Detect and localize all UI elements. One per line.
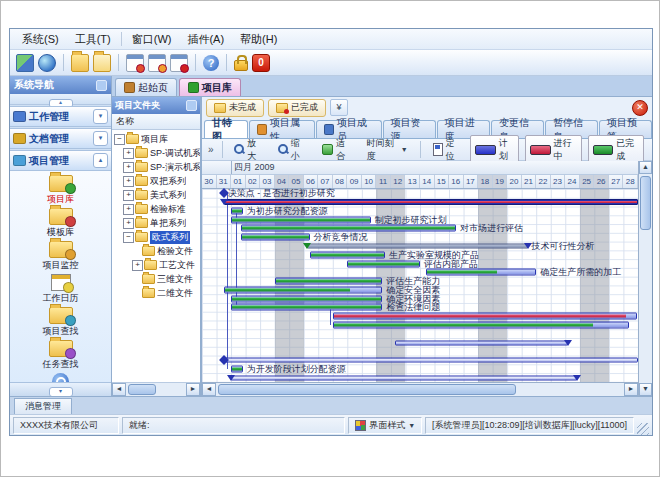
tree-item-SP-演示机系[interactable]: +SP-演示机系 xyxy=(112,160,200,174)
sidebar-item-项目监控[interactable]: 项目监控 xyxy=(10,240,111,273)
scroll-left-button[interactable]: ◄ xyxy=(202,383,216,396)
time-scale-dropdown[interactable]: 时间刻度▼ xyxy=(361,141,414,159)
doc-tab-起始页[interactable]: 起始页 xyxy=(115,78,177,96)
report-edit-icon[interactable] xyxy=(148,54,166,72)
gantt-bar[interactable] xyxy=(275,278,383,285)
tab-甘特图[interactable]: 甘特图 xyxy=(204,120,248,138)
nav-collapse-strip[interactable]: ▴ xyxy=(10,94,111,105)
tree-item-三维文件[interactable]: 三维文件 xyxy=(112,272,200,286)
scroll-thumb[interactable] xyxy=(218,384,516,395)
gantt-bar[interactable] xyxy=(231,216,371,223)
world-icon[interactable] xyxy=(38,54,56,72)
tree-item-工艺文件[interactable]: +工艺文件 xyxy=(112,258,200,272)
close-icon[interactable]: ✕ xyxy=(632,100,648,116)
menu-item[interactable]: 插件(A) xyxy=(179,30,232,49)
tree-expander[interactable]: + xyxy=(123,204,134,215)
resize-grip[interactable] xyxy=(637,423,649,435)
tree-item-美式系列[interactable]: +美式系列 xyxy=(112,188,200,202)
exit-icon[interactable]: 0 xyxy=(252,54,270,72)
scroll-right-button[interactable]: ► xyxy=(186,383,200,396)
tree-item-检验标准[interactable]: +检验标准 xyxy=(112,202,200,216)
menu-item[interactable]: 窗口(W) xyxy=(124,30,180,49)
tree-item-检验文件[interactable]: 检验文件 xyxy=(112,244,200,258)
nav-section-文档管理[interactable]: 文档管理▾ xyxy=(10,128,111,149)
scroll-down-button[interactable]: ▼ xyxy=(639,383,652,396)
sidebar-item-任务查找[interactable]: 任务查找 xyxy=(10,339,111,372)
gantt-bar[interactable] xyxy=(224,286,382,293)
tree-expander[interactable]: + xyxy=(123,162,134,173)
sidebar-item-项目库[interactable]: 项目库 xyxy=(10,174,111,207)
scroll-thumb[interactable] xyxy=(128,384,156,395)
locate-button[interactable]: 定位 xyxy=(427,141,468,159)
sidebar-item-工作日历[interactable]: 工作日历 xyxy=(10,273,111,306)
pin-icon[interactable] xyxy=(96,80,107,91)
gantt-bar[interactable] xyxy=(231,375,577,380)
sidebar-item-模板库[interactable]: 模板库 xyxy=(10,207,111,240)
navigation-panel-icon[interactable] xyxy=(16,54,34,72)
sidebar-item-项目查找[interactable]: 项目查找 xyxy=(10,306,111,339)
filter-button-未完成[interactable]: 未完成 xyxy=(206,99,264,117)
pin-icon[interactable] xyxy=(186,100,197,111)
gantt-bar[interactable] xyxy=(241,234,309,241)
gantt-bar[interactable] xyxy=(231,304,382,311)
scroll-right-button[interactable]: ► xyxy=(624,383,638,396)
folder-icon xyxy=(135,218,148,228)
doc-tab-项目库[interactable]: 项目库 xyxy=(179,78,241,96)
tree-horizontal-scrollbar[interactable]: ◄ ► xyxy=(112,382,200,396)
help-icon[interactable]: ? xyxy=(203,55,219,71)
gantt-bar[interactable] xyxy=(426,269,536,276)
tab-项目属性[interactable]: 项目属性 xyxy=(249,120,315,138)
toolbar-overflow-chevron[interactable]: » xyxy=(206,144,216,155)
tree-expander[interactable]: + xyxy=(123,148,134,159)
tree-expander[interactable]: + xyxy=(123,218,134,229)
nav-section-项目管理[interactable]: 项目管理▴ xyxy=(10,150,111,171)
tree-expander[interactable]: − xyxy=(123,232,134,243)
tree-expander[interactable]: + xyxy=(123,190,134,201)
chevron-icon[interactable]: ▾ xyxy=(93,131,108,146)
sidebar-item-项目文档查找[interactable]: 项目文档查找 xyxy=(10,372,111,382)
tree-expander[interactable]: + xyxy=(123,176,134,187)
filter-more-button[interactable]: ¥ xyxy=(330,99,348,116)
zoom-out-button[interactable]: 缩小 xyxy=(272,141,313,159)
interface-style-button[interactable]: 界面样式 ▼ xyxy=(348,417,422,434)
menu-item[interactable]: 工具(T) xyxy=(67,30,119,49)
scroll-thumb[interactable] xyxy=(640,176,651,230)
report-flag-icon[interactable] xyxy=(170,54,188,72)
nav-section-工作管理[interactable]: 工作管理▾ xyxy=(10,106,111,127)
gantt-bar[interactable] xyxy=(347,260,420,267)
gantt-horizontal-scrollbar[interactable]: ◄ ► xyxy=(202,382,638,396)
gantt-vertical-scrollbar[interactable]: ▲ ▼ xyxy=(638,161,652,396)
tree-item-项目库[interactable]: −项目库 xyxy=(112,132,200,146)
scroll-up-button[interactable]: ▲ xyxy=(639,161,652,174)
menu-item[interactable]: 帮助(H) xyxy=(232,30,285,49)
gantt-bar[interactable] xyxy=(310,251,386,258)
report-new-icon[interactable] xyxy=(126,54,144,72)
tree-item-SP-调试机系[interactable]: +SP-调试机系 xyxy=(112,146,200,160)
chevron-icon[interactable]: ▾ xyxy=(93,109,108,124)
gantt-bar[interactable] xyxy=(231,365,243,372)
lock-icon[interactable] xyxy=(234,60,248,71)
filter-button-已完成[interactable]: 已完成 xyxy=(268,99,326,117)
fit-button[interactable]: 适合 xyxy=(316,141,358,159)
gantt-bar[interactable] xyxy=(333,313,637,320)
tree-item-欧式系列[interactable]: −欧式系列 xyxy=(112,230,200,244)
tree-item-二维文件[interactable]: 二维文件 xyxy=(112,286,200,300)
tab-项目成员[interactable]: 项目成员 xyxy=(316,120,382,138)
chevron-icon[interactable]: ▴ xyxy=(93,153,108,168)
zoom-in-button[interactable]: 放大 xyxy=(228,141,269,159)
tree-item-单把系列[interactable]: +单把系列 xyxy=(112,216,200,230)
scroll-left-button[interactable]: ◄ xyxy=(112,383,126,396)
nav-expand-strip[interactable]: ▾ xyxy=(10,382,111,396)
folder-window-icon[interactable] xyxy=(93,54,111,72)
menu-item[interactable]: 系统(S) xyxy=(14,30,67,49)
gantt-bar[interactable] xyxy=(395,340,568,345)
gantt-bar[interactable] xyxy=(231,295,382,302)
tree-expander[interactable]: − xyxy=(114,134,125,145)
tree-expander[interactable]: + xyxy=(132,260,143,271)
tree-item-双把系列[interactable]: +双把系列 xyxy=(112,174,200,188)
open-folder-icon[interactable] xyxy=(71,54,89,72)
gantt-bar[interactable] xyxy=(231,207,243,214)
tab-项目资源[interactable]: 项目资源 xyxy=(383,120,436,138)
gantt-bar[interactable] xyxy=(333,321,629,328)
message-manager-tab[interactable]: 消息管理 xyxy=(14,398,72,414)
